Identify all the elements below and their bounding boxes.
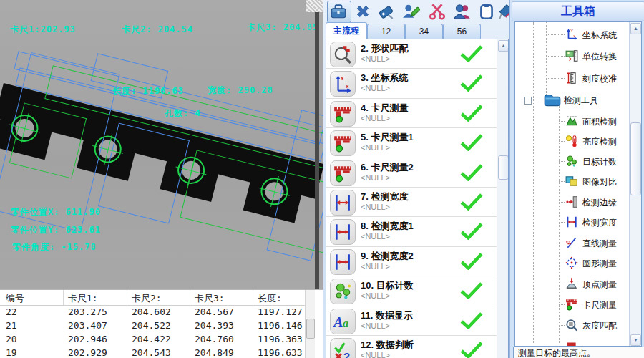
- tree-label: 面积检测: [582, 116, 617, 128]
- tree-item-image-compare[interactable]: 图像对比: [515, 173, 641, 190]
- scissors-cut-icon[interactable]: [428, 2, 447, 21]
- tree-label: 圆形测量: [582, 258, 617, 270]
- tree-label: 直线测量: [582, 238, 617, 250]
- column-separator: [253, 290, 253, 305]
- step-item[interactable]: 5. 卡尺测量1 <NULL>: [326, 128, 508, 158]
- tree-item-scale-calibration[interactable]: 刻度校准: [515, 69, 641, 87]
- line-measure-icon: [565, 236, 578, 249]
- scroll-up-button[interactable]: ▲: [630, 23, 641, 34]
- tab-34[interactable]: 34: [405, 24, 443, 39]
- tree-item-line-measure[interactable]: 直线测量: [515, 234, 641, 251]
- step-item[interactable]: 7. 检测宽度 <NULL>: [326, 188, 508, 217]
- cell-id: 22: [6, 306, 17, 317]
- step-item[interactable]: 10. 目标计数 <NULL>: [326, 276, 508, 306]
- circle-measure-icon: [565, 256, 578, 269]
- tree-item-vertex-measure[interactable]: 顶点测量: [515, 275, 641, 292]
- cell-caliper2: 204.422: [132, 334, 171, 344]
- step-item[interactable]: ? 12. 数据判断 <NULL>: [326, 336, 508, 358]
- caliper-icon: [565, 298, 578, 311]
- table-scrollbar[interactable]: [305, 290, 315, 358]
- brightness-detect-icon: [565, 135, 578, 147]
- tree-item-coordinate-system[interactable]: Yx 坐标系统: [515, 26, 641, 43]
- step-title: 8. 检测宽度1: [361, 220, 414, 233]
- hole-count-annotation: 孔数: 4: [165, 107, 201, 120]
- area-detect-icon: [565, 115, 578, 127]
- step-item[interactable]: 2. 形状匹配 <NULL>: [326, 39, 508, 69]
- tree-item-brightness-detect[interactable]: 亮度检测: [515, 132, 641, 150]
- step-subtitle: <NULL>: [361, 232, 390, 241]
- clipboard-paste-icon[interactable]: [477, 2, 496, 21]
- camera-image-view[interactable]: 卡尺1:202.93 卡尺2: 204.54 卡尺3: 204.85 长度: 1…: [0, 0, 323, 289]
- shape-match-icon: [330, 42, 356, 67]
- tree-scrollbar[interactable]: ▲ ▼: [629, 22, 641, 346]
- step-subtitle: <NULL>: [361, 54, 390, 63]
- step-title: 3. 坐标系统: [361, 72, 408, 84]
- tree-item-partial[interactable]: [515, 337, 641, 347]
- toolbox-panel: 工具箱 Yx 坐标系统 单位转换 刻度校准: [509, 0, 644, 358]
- step-item[interactable]: 8. 检测宽度1 <NULL>: [326, 217, 508, 246]
- table-scrollbar-thumb[interactable]: [306, 319, 315, 339]
- data-judge-icon: ?: [330, 338, 356, 358]
- folder-icon: [544, 93, 560, 106]
- tree-item-edge-detect[interactable]: 检测边缘: [515, 193, 641, 211]
- tree-item-caliper-measure[interactable]: 卡尺测量: [515, 296, 641, 313]
- target-count-icon: [565, 155, 578, 168]
- tree-item-target-count[interactable]: 目标计数: [515, 153, 641, 170]
- scroll-up-button[interactable]: ▲: [498, 40, 509, 52]
- scale-calibration-icon: [565, 72, 578, 84]
- tree-stub: [559, 243, 565, 243]
- delete-x-icon[interactable]: [353, 2, 372, 21]
- scrollbar-thumb[interactable]: [498, 155, 509, 180]
- col-header-caliper3: 卡尺3:: [195, 292, 225, 305]
- step-item[interactable]: Yx 3. 坐标系统 <NULL>: [326, 69, 508, 98]
- scroll-down-button[interactable]: ▼: [630, 334, 641, 346]
- check-icon: [459, 45, 484, 62]
- toolbox-icon[interactable]: [329, 2, 348, 21]
- col-header-id: 编号: [6, 292, 24, 305]
- caliper-icon: [330, 160, 356, 186]
- tree-item-unit-convert[interactable]: 单位转换: [515, 47, 641, 64]
- tree-item-detect-tools-folder[interactable]: 检测工具: [515, 91, 641, 108]
- results-table: 编号 卡尺1: 卡尺2: 卡尺3: 长度: 22 203.275 204.602…: [0, 289, 323, 358]
- table-row[interactable]: 20 202.946 204.422 204.760 1196.363: [0, 334, 314, 347]
- edit-pen-icon[interactable]: [401, 2, 420, 21]
- svg-text:A: A: [333, 314, 343, 329]
- tree-stub: [559, 181, 565, 182]
- step-subtitle: <NULL>: [361, 262, 390, 271]
- tree-item-gray-match[interactable]: 灰度匹配: [515, 316, 641, 334]
- tree-stub: [559, 121, 565, 122]
- step-item[interactable]: 6. 卡尺测量2 <NULL>: [326, 158, 508, 188]
- cell-id: 20: [6, 334, 17, 344]
- step-item[interactable]: 4. 卡尺测量 <NULL>: [326, 99, 508, 128]
- step-title: 12. 数据判断: [361, 339, 414, 352]
- check-icon: [459, 282, 484, 299]
- tab-56[interactable]: 56: [443, 24, 481, 39]
- cell-length: 1196.146: [258, 320, 303, 331]
- tree-label: 目标计数: [582, 156, 617, 168]
- table-row[interactable]: 22 203.275 204.602 204.567 1197.127: [0, 306, 314, 320]
- cell-caliper3: 204.849: [195, 347, 234, 358]
- tab-12[interactable]: 12: [367, 24, 405, 39]
- check-icon: [459, 74, 484, 92]
- tree-label: 检测工具: [564, 95, 598, 107]
- svg-text:Y: Y: [341, 75, 344, 82]
- tree-item-circle-measure[interactable]: 圆形测量: [515, 254, 641, 271]
- toolbox-title[interactable]: 工具箱: [512, 1, 644, 21]
- check-icon: [459, 253, 484, 270]
- users-icon[interactable]: [453, 2, 472, 21]
- step-item[interactable]: 9. 检测宽度2 <NULL>: [326, 247, 508, 276]
- scrollbar-thumb[interactable]: [630, 122, 641, 195]
- step-item[interactable]: Aa 11. 数据显示 <NULL>: [326, 306, 508, 336]
- tag-icon[interactable]: [377, 2, 396, 21]
- step-list-scrollbar[interactable]: ▲: [497, 39, 508, 358]
- process-panel: 主流程 12 34 56 2. 形状匹配 <NULL> Yx 3. 坐标系统 <…: [323, 0, 509, 358]
- tree-item-area-detect[interactable]: 面积检测: [515, 112, 641, 130]
- table-row[interactable]: 21 203.407 204.522 204.393 1196.146: [0, 320, 314, 334]
- tab-main-flow[interactable]: 主流程: [326, 22, 367, 39]
- cell-id: 19: [6, 347, 17, 358]
- tree-item-width-detect[interactable]: 检测宽度: [515, 213, 641, 231]
- caliper3-annotation: 卡尺3: 204.85: [247, 21, 318, 34]
- collapse-expander[interactable]: [524, 97, 532, 105]
- table-row[interactable]: 19 202.929 204.543 204.849 1196.633: [0, 347, 314, 358]
- width-detect-icon: [330, 190, 356, 216]
